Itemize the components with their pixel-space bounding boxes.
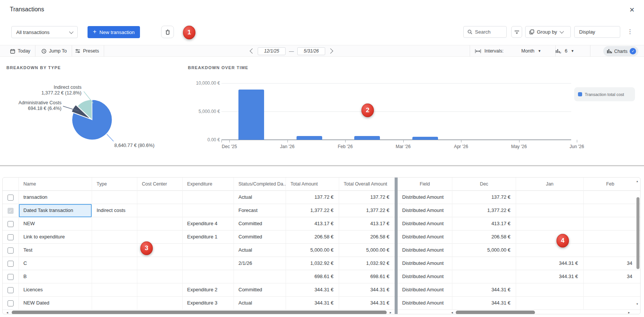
row-checkbox[interactable] [8, 195, 14, 201]
end-date-input[interactable]: 5/31/26 [297, 47, 325, 55]
table-row[interactable]: NEWExpenditure 4Committed413.17 €413.17 … [3, 217, 640, 230]
group-by-button[interactable]: Group by [525, 26, 571, 38]
cell-status[interactable]: Actual [234, 297, 286, 310]
cell-name[interactable]: Dated Task transaction [19, 204, 92, 217]
table-row[interactable]: LicencesExpenditure 2Committed344.31 €34… [3, 283, 640, 297]
hscroll2-right-arrow-icon[interactable]: ▸ [628, 310, 630, 314]
cell-total-overall-amount[interactable]: 5,000.00 € [339, 244, 395, 257]
hscroll-left-thumb[interactable] [12, 311, 387, 314]
previous-period-icon[interactable] [250, 48, 255, 54]
column-header-field[interactable]: Field [398, 178, 452, 191]
cell-status[interactable]: Actual [234, 244, 286, 257]
cell-total-overall-amount[interactable]: 1,032.92 € [339, 257, 395, 270]
row-checkbox[interactable] [8, 274, 14, 280]
cell-name[interactable]: transaction [19, 191, 92, 204]
cell-expenditure[interactable]: Expenditure 3 [183, 297, 234, 310]
cell-field[interactable]: Distributed Amount [398, 217, 452, 230]
cell-type[interactable] [92, 270, 137, 283]
more-options-icon[interactable]: ⋮ [627, 27, 633, 37]
column-header-jan[interactable]: Jan [516, 178, 584, 191]
cell-cost-center[interactable] [137, 204, 183, 217]
cell-type[interactable] [92, 244, 137, 257]
next-period-icon[interactable] [328, 48, 333, 54]
cell-field[interactable]: Distributed Amount [398, 297, 452, 310]
charts-toggle[interactable]: Charts ✓ [603, 46, 638, 56]
cell-type[interactable] [92, 217, 137, 230]
cell-feb[interactable] [584, 217, 635, 230]
presets-button[interactable]: Presets [70, 45, 104, 57]
cell-expenditure[interactable] [183, 204, 234, 217]
cell-name[interactable]: Link to expenditure [19, 230, 92, 244]
cell-name[interactable]: Licences [19, 283, 92, 297]
cell-status[interactable]: Committed [234, 230, 286, 244]
cell-type[interactable] [92, 230, 137, 244]
cell-name[interactable]: NEW Dated [19, 297, 92, 310]
cell-dec[interactable]: 137.72 € [452, 191, 516, 204]
hscroll-right-arrow-icon[interactable]: ▸ [390, 310, 392, 314]
cell-dec[interactable]: 344.31 € [452, 283, 516, 297]
cell-total-overall-amount[interactable]: 344.31 € [339, 283, 395, 297]
cell-expenditure[interactable] [183, 244, 234, 257]
cell-total-amount[interactable]: 344.31 € [286, 283, 339, 297]
cell-dec[interactable] [452, 257, 516, 270]
cell-type[interactable]: Indirect costs [92, 204, 137, 217]
column-header-dec[interactable]: Dec [452, 178, 516, 191]
cell-total-amount[interactable]: 1,377.22 € [286, 204, 339, 217]
cell-jan[interactable] [516, 204, 584, 217]
vscroll-up-arrow-icon[interactable]: ▴ [636, 179, 638, 183]
cell-type[interactable] [92, 257, 137, 270]
cell-jan[interactable] [516, 191, 584, 204]
table-row[interactable]: Link to expenditureExpenditure 1Committe… [3, 230, 640, 244]
row-checkbox[interactable] [8, 234, 14, 240]
cell-cost-center[interactable] [137, 257, 183, 270]
cell-dec[interactable]: 344.31 € [452, 297, 516, 310]
cell-jan[interactable] [516, 217, 584, 230]
cell-expenditure[interactable]: Expenditure 1 [183, 230, 234, 244]
cell-field[interactable]: Distributed Amount [398, 191, 452, 204]
cell-name[interactable]: B [19, 270, 92, 283]
cell-name[interactable]: Test [19, 244, 92, 257]
filter-button[interactable] [511, 26, 522, 38]
cell-jan[interactable]: 344.31 € [516, 257, 584, 270]
cell-total-overall-amount[interactable]: 698.61 € [339, 270, 395, 283]
cell-expenditure[interactable] [183, 191, 234, 204]
cell-field[interactable]: Distributed Amount [398, 257, 452, 270]
cell-total-amount[interactable]: 413.17 € [286, 217, 339, 230]
jump-to-button[interactable]: Jump To [37, 45, 72, 57]
column-header-type[interactable]: Type [92, 178, 137, 191]
cell-field[interactable]: Distributed Amount [398, 270, 452, 283]
chart-count-control[interactable]: # 6 ▼ [551, 45, 590, 57]
cell-dec[interactable]: 1,377.22 € [452, 204, 516, 217]
column-header-expenditure[interactable]: Expenditure [183, 178, 234, 191]
cell-total-overall-amount[interactable]: 137.72 € [339, 191, 395, 204]
cell-jan[interactable] [516, 244, 584, 257]
transactions-scope-select[interactable]: All transactions [11, 26, 78, 38]
cell-status[interactable]: Actual [234, 191, 286, 204]
cell-status[interactable]: Committed [234, 217, 286, 230]
new-transaction-button[interactable]: + New transaction [88, 26, 140, 38]
cell-cost-center[interactable] [137, 297, 183, 310]
column-header-total-overall-amount[interactable]: Total Overall Amount [339, 178, 395, 191]
cell-jan[interactable] [516, 297, 584, 310]
cell-jan[interactable] [516, 283, 584, 297]
cell-total-overall-amount[interactable]: 1,377.22 € [339, 204, 395, 217]
cell-type[interactable] [92, 283, 137, 297]
cell-status[interactable]: Forecast [234, 204, 286, 217]
cell-dec[interactable]: 5,000.00 € [452, 244, 516, 257]
cell-expenditure[interactable]: Expenditure 4 [183, 217, 234, 230]
cell-field[interactable]: Distributed Amount [398, 204, 452, 217]
cell-jan[interactable]: 344.31 € [516, 270, 584, 283]
cell-feb[interactable] [584, 191, 635, 204]
cell-feb[interactable] [584, 204, 635, 217]
cell-field[interactable]: Distributed Amount [398, 244, 452, 257]
row-checkbox-checked[interactable]: ✓ [8, 208, 14, 214]
cell-type[interactable] [92, 191, 137, 204]
cell-cost-center[interactable] [137, 217, 183, 230]
hscroll2-thumb[interactable] [456, 311, 535, 314]
vscroll-down-arrow-icon[interactable]: ▾ [636, 302, 638, 306]
cell-feb[interactable] [584, 244, 635, 257]
cell-status[interactable]: Committed [234, 283, 286, 297]
table-row[interactable]: transactionActual137.72 €137.72 €Distrib… [3, 191, 640, 204]
cell-jan[interactable] [516, 230, 584, 244]
cell-expenditure[interactable] [183, 257, 234, 270]
